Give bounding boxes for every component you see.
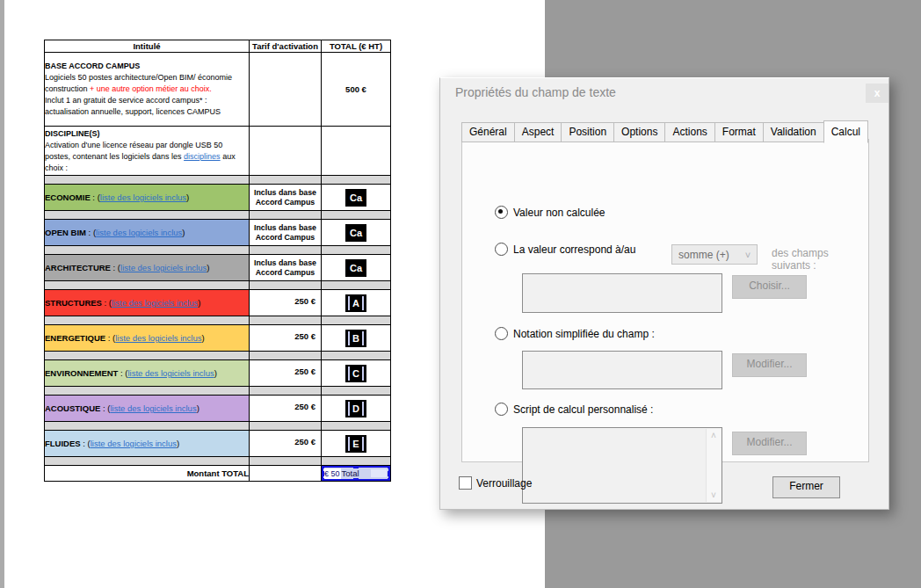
base-line3: Inclut 1 an gratuit de service accord ca… bbox=[45, 95, 249, 106]
col-header-total: TOTAL (€ HT) bbox=[322, 40, 391, 53]
form-field-badge[interactable]: A bbox=[345, 294, 366, 312]
row-architecture: ARCHITECTURE : (liste des logiciels incl… bbox=[45, 255, 391, 281]
spacer-row bbox=[45, 387, 391, 396]
form-field-badge[interactable]: Ca bbox=[345, 259, 366, 277]
disc-line3: choix : bbox=[45, 163, 249, 174]
resize-handle[interactable] bbox=[322, 466, 325, 469]
radio-selected-icon[interactable] bbox=[495, 206, 508, 219]
software-list-link[interactable]: liste des logiciels inclus bbox=[110, 403, 196, 413]
row-economie: ECONOMIE : (liste des logiciels inclus) … bbox=[45, 185, 391, 211]
tarif-cell: Inclus dans baseAccord Campus bbox=[250, 185, 322, 211]
text-field-properties-dialog: Propriétés du champ de texte x Général A… bbox=[439, 77, 889, 510]
modifier-button-1[interactable]: Modifier... bbox=[732, 353, 807, 377]
fields-listbox[interactable] bbox=[522, 273, 722, 313]
form-field-badge[interactable]: Ca bbox=[345, 189, 366, 207]
row-name: STRUCTURES bbox=[45, 298, 102, 308]
form-field-badge[interactable]: B bbox=[345, 330, 366, 347]
base-total-price: 500 € bbox=[322, 53, 391, 127]
row-fluides: FLUIDES : (liste des logiciels inclus) 2… bbox=[45, 431, 391, 457]
disc-line2: postes, contenant les logiciels dans les… bbox=[45, 151, 249, 163]
scrollbar[interactable]: ˄ ˅ bbox=[706, 429, 721, 502]
radio-valeur-correspond[interactable]: La valeur correspond à/au bbox=[495, 243, 635, 256]
montant-total-label: Montant TOTAL bbox=[45, 466, 250, 482]
total-field-highlight bbox=[371, 469, 387, 477]
col-header-tarif: Tarif d'activation bbox=[250, 40, 322, 53]
tarif-cell: 250 € bbox=[250, 325, 322, 352]
tab-position[interactable]: Position bbox=[561, 122, 614, 142]
resize-handle[interactable] bbox=[388, 466, 391, 469]
chevron-down-icon: ˅ bbox=[739, 250, 757, 260]
total-field-name: Total bbox=[341, 468, 359, 478]
choisir-button[interactable]: Choisir... bbox=[732, 275, 807, 299]
software-list-link[interactable]: liste des logiciels inclus bbox=[128, 368, 214, 378]
spacer-row bbox=[45, 211, 391, 220]
disciplines-link[interactable]: disciplines bbox=[184, 152, 221, 161]
tab-aspect[interactable]: Aspect bbox=[514, 122, 562, 142]
close-icon[interactable]: x bbox=[866, 83, 888, 103]
software-list-link[interactable]: liste des logiciels inclus bbox=[115, 333, 201, 343]
radio-valeur-non-calculee[interactable]: Valeur non calculée bbox=[495, 206, 606, 219]
tab-format[interactable]: Format bbox=[714, 122, 764, 142]
row-name: ARCHITECTURE bbox=[45, 263, 111, 272]
base-line2-red: + une autre option métier au choix. bbox=[90, 84, 212, 93]
resize-handle[interactable] bbox=[322, 478, 325, 482]
resize-handle[interactable] bbox=[322, 471, 325, 476]
sum-suffix-label: des champs suivants : bbox=[772, 247, 868, 272]
tab-validation[interactable]: Validation bbox=[763, 122, 824, 142]
software-list-link[interactable]: liste des logiciels inclus bbox=[96, 228, 182, 237]
spacer-row bbox=[45, 281, 391, 290]
modifier-button-2[interactable]: Modifier... bbox=[732, 432, 807, 455]
software-list-link[interactable]: liste des logiciels inclus bbox=[100, 192, 186, 202]
montant-total-row: Montant TOTAL € 50 Total bbox=[45, 466, 391, 482]
dialog-tabs: Général Aspect Position Options Actions … bbox=[461, 120, 868, 142]
disc-title: DISCIPLINE(S) bbox=[45, 128, 249, 140]
tab-actions[interactable]: Actions bbox=[664, 122, 714, 142]
row-name: ECONOMIE bbox=[45, 192, 91, 202]
resize-handle[interactable] bbox=[353, 478, 359, 482]
software-list-link[interactable]: liste des logiciels inclus bbox=[112, 298, 198, 308]
tab-options[interactable]: Options bbox=[613, 122, 665, 142]
scroll-up-icon[interactable]: ˄ bbox=[707, 431, 721, 440]
tarif-cell: Inclus dans baseAccord Campus bbox=[250, 255, 322, 281]
row-energetique: ENERGETIQUE : (liste des logiciels inclu… bbox=[45, 325, 391, 352]
tarif-cell: 250 € bbox=[250, 360, 322, 387]
software-list-link[interactable]: liste des logiciels inclus bbox=[91, 439, 177, 448]
software-list-link[interactable]: liste des logiciels inclus bbox=[120, 263, 207, 272]
radio-icon[interactable] bbox=[495, 403, 508, 416]
tab-general[interactable]: Général bbox=[461, 122, 515, 142]
radio-notation-simplifiee[interactable]: Notation simplifiée du champ : bbox=[495, 327, 655, 340]
row-name: ACOUSTIQUE bbox=[45, 403, 100, 413]
form-field-badge[interactable]: Ca bbox=[345, 224, 366, 242]
row-acoustique: ACOUSTIQUE : (liste des logiciels inclus… bbox=[45, 396, 391, 422]
radio-icon[interactable] bbox=[495, 327, 508, 340]
radio-script-personnalise[interactable]: Script de calcul personnalisé : bbox=[495, 403, 653, 416]
notation-textbox[interactable] bbox=[522, 351, 722, 389]
form-field-badge[interactable]: D bbox=[345, 400, 366, 417]
resize-handle[interactable] bbox=[388, 478, 391, 482]
base-accord-campus-row: BASE ACCORD CAMPUS Logiciels 50 postes a… bbox=[45, 53, 391, 127]
scroll-down-icon[interactable]: ˅ bbox=[707, 490, 721, 500]
row-name: FLUIDES bbox=[45, 439, 81, 448]
form-field-badge[interactable]: E bbox=[345, 435, 366, 453]
spacer-row bbox=[45, 246, 391, 255]
tarif-cell: 250 € bbox=[250, 431, 322, 457]
resize-handle[interactable] bbox=[388, 471, 391, 476]
fermer-button[interactable]: Fermer bbox=[772, 476, 840, 498]
radio-label: Notation simplifiée du champ : bbox=[513, 328, 655, 340]
checkbox-icon[interactable] bbox=[459, 476, 472, 490]
total-field-value: € 50 bbox=[323, 468, 341, 479]
table-header-row: Intitulé Tarif d'activation TOTAL (€ HT) bbox=[45, 40, 391, 53]
radio-icon[interactable] bbox=[495, 243, 508, 256]
disciplines-row: DISCIPLINE(S) Activation d'une licence r… bbox=[45, 127, 391, 176]
form-field-badge[interactable]: C bbox=[345, 365, 366, 382]
total-form-field-selected[interactable]: € 50 Total bbox=[322, 466, 391, 482]
operator-dropdown[interactable]: somme (+) ˅ bbox=[671, 244, 758, 265]
base-line1: Logiciels 50 postes architecture/Open BI… bbox=[45, 72, 249, 83]
resize-handle[interactable] bbox=[353, 466, 359, 469]
script-textarea[interactable]: ˄ ˅ bbox=[522, 427, 722, 504]
row-name: ENERGETIQUE bbox=[45, 333, 105, 343]
spacer-row bbox=[45, 422, 391, 431]
verrouillage-checkbox[interactable]: Verrouillage bbox=[459, 476, 532, 490]
tab-calcul[interactable]: Calcul bbox=[823, 120, 868, 143]
row-environnement: ENVIRONNEMENT : (liste des logiciels inc… bbox=[45, 360, 391, 387]
